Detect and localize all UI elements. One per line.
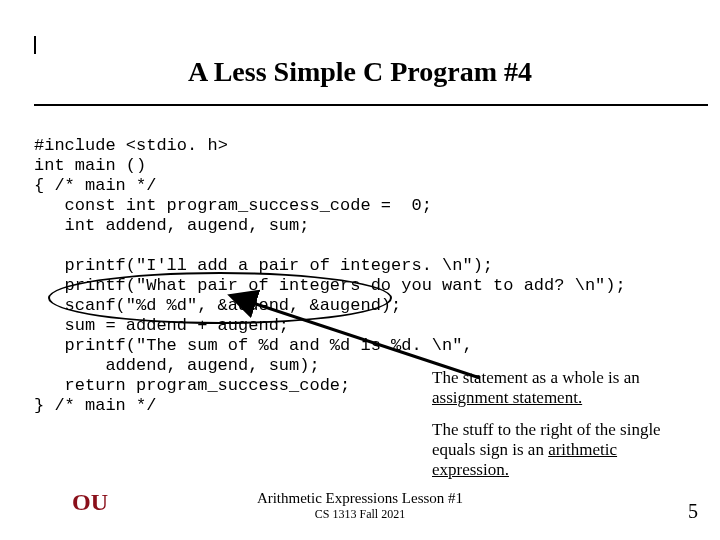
code-line: scanf("%d %d", &addend, &augend); [65,296,402,315]
code-line: printf("What pair of integers do you wan… [65,276,626,295]
annotation-note-1: The statement as a whole is an assignmen… [432,368,672,408]
code-line: printf("I'll add a pair of integers. \n"… [65,256,493,275]
code-line: #include <stdio. h> [34,136,228,155]
horizontal-rule [34,104,708,106]
code-line: int main () [34,156,146,175]
note-term: assignment statement. [432,388,582,407]
note-text: The stuff to the right of the single equ… [432,420,661,459]
slide-title: A Less Simple C Program #4 [0,56,720,88]
code-line: sum = addend + augend; [65,316,289,335]
ou-logo-icon: OU [70,480,110,520]
corner-rule [34,36,36,54]
code-line: addend, augend, sum); [105,356,319,375]
annotation-note-2: The stuff to the right of the single equ… [432,420,672,480]
note-text: The statement as a whole is an [432,368,640,387]
slide-number: 5 [688,500,698,523]
code-line: } /* main */ [34,396,156,415]
code-line: const int program_success_code = 0; [65,196,432,215]
code-line: printf("The sum of %d and %d is %d. \n", [65,336,473,355]
code-line: int addend, augend, sum; [65,216,310,235]
code-line: { /* main */ [34,176,156,195]
code-line: return program_success_code; [65,376,351,395]
logo-text: OU [72,489,108,515]
